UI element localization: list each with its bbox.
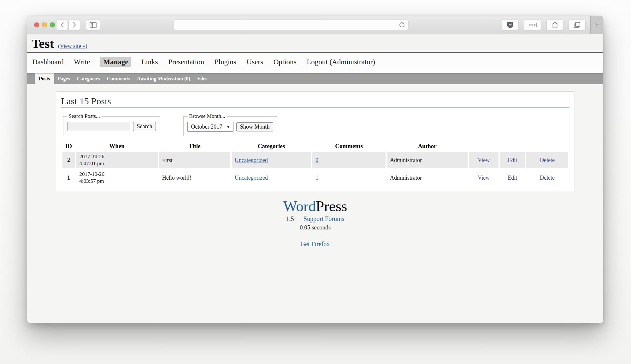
- view-link[interactable]: View: [478, 175, 490, 181]
- forward-button[interactable]: [68, 20, 80, 30]
- month-select[interactable]: October 2017 ▼: [187, 122, 233, 132]
- extensions-more-button[interactable]: [524, 20, 541, 30]
- wordpress-logo: WordPress: [27, 198, 603, 215]
- post-author: Administrator: [387, 170, 468, 186]
- posts-panel: Last 15 Posts Search Posts... Search Bro…: [56, 91, 575, 191]
- subnav-comments[interactable]: Comments: [103, 73, 134, 84]
- zoom-window-button[interactable]: [50, 22, 55, 27]
- col-header-id: ID: [62, 142, 75, 151]
- subnav-posts[interactable]: Posts: [35, 73, 54, 84]
- chevron-left-icon: [60, 22, 64, 28]
- col-header-when: When: [76, 142, 158, 151]
- subnav-categories[interactable]: Categories: [74, 73, 103, 84]
- delete-link[interactable]: Delete: [540, 175, 555, 181]
- ellipsis-icon: [528, 22, 537, 27]
- get-firefox-link[interactable]: Get Firefox: [301, 240, 330, 247]
- site-title: Test: [32, 37, 54, 51]
- post-author: Administrator: [387, 152, 468, 168]
- view-site: (View site »): [58, 43, 87, 49]
- view-link[interactable]: View: [478, 157, 490, 163]
- category-link[interactable]: Uncategorized: [235, 175, 268, 181]
- plus-icon: +: [594, 20, 599, 30]
- panel-heading: Last 15 Posts: [61, 96, 569, 108]
- view-site-link[interactable]: View site »: [60, 43, 86, 49]
- share-button[interactable]: [546, 20, 563, 30]
- post-when: 2017-10-26 4:07:01 pm: [76, 152, 158, 168]
- chevron-down-icon: ▼: [227, 125, 230, 129]
- search-button[interactable]: Search: [133, 122, 156, 131]
- subnav-pages[interactable]: Pages: [54, 73, 74, 84]
- browser-window: + Test (View site ») Dashboard Write Man…: [27, 16, 603, 323]
- subnav-files[interactable]: Files: [194, 73, 211, 84]
- subnav-awaiting-moderation[interactable]: Awaiting Moderation (0): [133, 73, 194, 84]
- wp-site-header: Test (View site »): [27, 34, 603, 53]
- edit-link[interactable]: Edit: [508, 175, 517, 181]
- table-row: 1 2017-10-26 4:03:57 pm Hello world! Unc…: [62, 170, 568, 186]
- admin-content: Last 15 Posts Search Posts... Search Bro…: [27, 84, 603, 323]
- browse-month-fieldset: Browse Month... October 2017 ▼ Show Mont…: [183, 113, 277, 136]
- share-icon: [552, 21, 558, 29]
- col-header-comments: Comments: [312, 142, 386, 151]
- support-forums-link[interactable]: Support Forums: [304, 215, 344, 222]
- close-window-button[interactable]: [34, 22, 39, 27]
- nav-logout[interactable]: Logout (Administrator): [307, 58, 375, 66]
- nav-presentation[interactable]: Presentation: [168, 58, 204, 66]
- search-posts-legend: Search Posts...: [67, 113, 102, 119]
- pocket-icon: [507, 21, 514, 28]
- minimize-window-button[interactable]: [42, 22, 47, 27]
- show-month-button[interactable]: Show Month: [236, 122, 274, 131]
- category-link[interactable]: Uncategorized: [235, 157, 268, 163]
- sidebar-icon: [90, 22, 97, 28]
- pocket-button[interactable]: [502, 20, 519, 30]
- post-when: 2017-10-26 4:03:57 pm: [76, 170, 158, 186]
- col-header-author: Author: [387, 142, 468, 151]
- search-posts-fieldset: Search Posts... Search: [63, 113, 160, 136]
- comments-count-link[interactable]: 0: [316, 157, 318, 163]
- manage-subnav: Posts Pages Categories Comments Awaiting…: [27, 73, 603, 84]
- reload-icon[interactable]: [399, 22, 405, 28]
- show-tabs-button[interactable]: [569, 20, 586, 30]
- nav-plugins[interactable]: Plugins: [215, 58, 236, 66]
- nav-manage[interactable]: Manage: [100, 57, 131, 67]
- page-timing: 0.05 seconds: [27, 224, 603, 231]
- get-firefox: Get Firefox: [27, 240, 603, 248]
- admin-nav: Dashboard Write Manage Links Presentatio…: [27, 53, 603, 73]
- search-posts-input[interactable]: [67, 122, 130, 131]
- chevron-right-icon: [73, 22, 76, 28]
- tabs-overview-icon: [573, 21, 581, 28]
- sidebar-toggle-button[interactable]: [86, 20, 100, 30]
- comments-count-link[interactable]: 1: [316, 175, 318, 181]
- window-controls: [34, 22, 55, 27]
- nav-options[interactable]: Options: [274, 58, 297, 66]
- delete-link[interactable]: Delete: [540, 157, 555, 163]
- table-header-row: ID When Title Categories Comments Author: [62, 142, 568, 151]
- posts-table: ID When Title Categories Comments Author…: [61, 141, 569, 187]
- post-id: 2: [62, 152, 75, 168]
- post-id: 1: [62, 170, 75, 186]
- new-tab-button[interactable]: +: [590, 16, 603, 34]
- wp-footer: WordPress 1.5 — Support Forums 0.05 seco…: [27, 198, 603, 248]
- col-header-title: Title: [159, 142, 230, 151]
- table-row: 2 2017-10-26 4:07:01 pm First Uncategori…: [62, 152, 568, 168]
- post-title: First: [159, 152, 230, 168]
- browser-toolbar: +: [27, 16, 603, 34]
- version-line: 1.5 — Support Forums: [27, 215, 603, 222]
- col-header-categories: Categories: [232, 142, 311, 151]
- nav-dashboard[interactable]: Dashboard: [32, 58, 64, 66]
- nav-users[interactable]: Users: [247, 58, 263, 66]
- month-select-value: October 2017: [191, 124, 222, 130]
- post-title: Hello world!: [159, 170, 230, 186]
- edit-link[interactable]: Edit: [508, 157, 517, 163]
- nav-write[interactable]: Write: [74, 58, 90, 66]
- address-bar[interactable]: [174, 20, 409, 30]
- browse-month-legend: Browse Month...: [187, 113, 227, 119]
- nav-links[interactable]: Links: [141, 58, 158, 66]
- back-button[interactable]: [56, 20, 68, 30]
